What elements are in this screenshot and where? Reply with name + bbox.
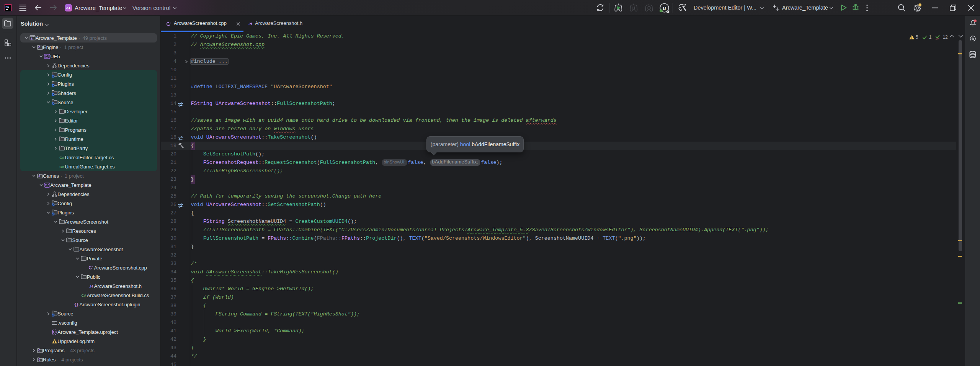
- svg-text:u: u: [663, 4, 666, 11]
